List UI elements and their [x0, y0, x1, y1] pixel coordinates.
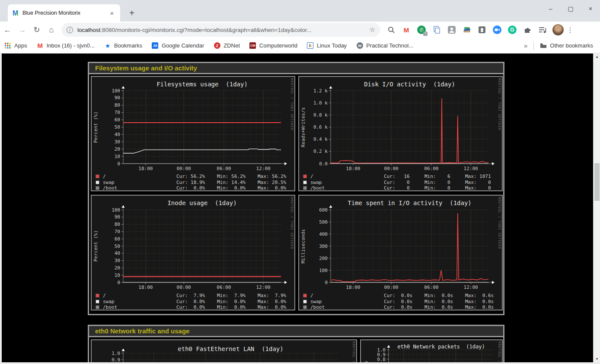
close-button[interactable]: ×	[587, 5, 594, 12]
profile-avatar[interactable]	[552, 24, 564, 35]
puzzle-icon[interactable]	[523, 25, 532, 35]
scrollbar-thumb[interactable]	[594, 163, 600, 201]
legend-cur: Cur: 0.0%	[176, 299, 205, 304]
rrdtool-watermark: RRDTOOL / TOBI OETIKER	[498, 78, 501, 130]
legend-max: Max: 0.0%	[258, 185, 286, 191]
chart-panel-eth0-packets[interactable]: eth0 Network packets (1day) Packets/s 1.…	[360, 339, 503, 362]
person-icon[interactable]	[447, 25, 456, 35]
svg-text:0: 0	[117, 280, 120, 285]
other-bookmarks-button[interactable]: Other bookmarks	[540, 42, 593, 49]
linux-today-icon: lt	[307, 42, 314, 49]
svg-text:70: 70	[115, 110, 120, 115]
home-icon[interactable]: ⌂	[44, 25, 59, 35]
legend-min: Min: 7.9%	[217, 293, 246, 298]
maximize-button[interactable]: ▢	[567, 5, 574, 12]
bookmark-computerworld[interactable]: CWComputerworld	[249, 42, 297, 49]
bookmark-zdnet[interactable]: ZZDNet	[214, 42, 240, 49]
svg-text:00:00: 00:00	[384, 285, 399, 290]
reload-icon[interactable]: ↻	[29, 25, 44, 35]
chart-panel-inode-usage[interactable]: Inode usage (1day) Percent (%) 100908070…	[91, 195, 295, 310]
legend-color-swatch	[96, 294, 99, 298]
bookmarks-bar: AppsMInbox (16) - sjvn0...★Bookmarks28Go…	[0, 38, 600, 54]
svg-text:0.4 k: 0.4 k	[313, 136, 328, 142]
forward-icon[interactable]: →	[15, 25, 29, 35]
legend-color-swatch	[303, 300, 307, 304]
svg-text:100: 100	[319, 268, 328, 273]
legend-row: /bootCur: 0Min: 0Max: 0	[299, 185, 502, 191]
card-icon[interactable]	[477, 25, 487, 35]
rrdtool-watermark: RRDTOOL / TOBI OETIKER	[498, 197, 501, 249]
legend-color-swatch	[96, 300, 99, 304]
svg-text:00:00: 00:00	[384, 166, 399, 171]
svg-text:06:00: 06:00	[424, 166, 438, 171]
chrome-menu-icon[interactable]: ⋮	[564, 26, 577, 34]
legend-cur: Cur: 0.0%	[176, 304, 205, 310]
chart-panel-eth0-lan[interactable]: eth0 FastEthernet LAN (1day) 1.00.90.80.…	[91, 339, 357, 362]
book-stack-icon[interactable]	[462, 25, 472, 35]
svg-text:18:00: 18:00	[346, 285, 360, 290]
bookmark-practical-technol-[interactable]: WPractical Technol...	[356, 42, 413, 49]
legend-color-swatch	[96, 174, 99, 178]
tab-blue-precision-monitorix[interactable]: M Blue Precision Monitorix ×	[8, 4, 120, 22]
bookmark-bookmarks[interactable]: ★Bookmarks	[104, 42, 142, 49]
chart-legend: /Cur: 0.0sMin: 0.0sMax: 0.6sswapCur: 0.0…	[299, 293, 502, 310]
bookmark-google-calendar[interactable]: 28Google Calendar	[152, 42, 204, 49]
bookmarks-overflow-icon[interactable]: »	[524, 42, 527, 49]
gmail-icon: M	[37, 42, 44, 49]
monitorix-favicon-icon: M	[12, 9, 19, 16]
url-text[interactable]: localhost:8080/monitorix-cgi/monitorix.c…	[77, 27, 366, 33]
playlist-icon[interactable]	[538, 25, 547, 35]
legend-row: /bootCur: 0.0%Min: 0.0%Max: 0.0%	[92, 185, 294, 191]
svg-text:00:00: 00:00	[177, 166, 191, 171]
svg-text:10: 10	[115, 272, 120, 278]
address-bar[interactable]: i localhost:8080/monitorix-cgi/monitorix…	[61, 23, 380, 37]
site-info-icon[interactable]: i	[67, 27, 73, 33]
legend-cur: Cur: 7.9%	[176, 293, 205, 298]
legend-min: Min: 0.0s	[424, 299, 453, 304]
legend-max: Max: 0.6s	[465, 293, 494, 298]
legend-min: Min: 0.0%	[217, 304, 246, 310]
tab-title: Blue Precision Monitorix	[22, 10, 108, 16]
tab-close-icon[interactable]: ×	[108, 9, 116, 17]
bookmark-star-icon[interactable]: ☆	[370, 26, 375, 34]
legend-name: /	[103, 174, 106, 179]
scroll-up-icon[interactable]: ▲	[594, 54, 600, 60]
scroll-down-icon[interactable]: ▼	[594, 356, 600, 362]
legend-cur: Cur: 0	[384, 185, 410, 191]
search-icon[interactable]	[386, 25, 396, 35]
bookmark-inbox-16-sjvn0-[interactable]: MInbox (16) - sjvn0...	[37, 42, 95, 49]
chart-panel-time-io[interactable]: Time spent in I/O activity (1day) Millis…	[298, 195, 503, 310]
bookmark-linux-today[interactable]: ltLinux Today	[307, 42, 347, 49]
new-tab-button[interactable]: +	[126, 8, 137, 19]
voice-icon[interactable]: ✆?	[417, 25, 426, 35]
bookmark-apps[interactable]: Apps	[4, 42, 27, 49]
video-call-icon[interactable]	[492, 25, 502, 35]
legend-cur: Cur: 0.0s	[384, 299, 412, 304]
svg-text:M: M	[13, 9, 18, 16]
legend-name: /	[310, 293, 313, 298]
svg-text:18:00: 18:00	[138, 166, 153, 171]
grammarly-icon[interactable]: G	[507, 25, 517, 35]
svg-text:0: 0	[325, 280, 328, 285]
svg-text:18:00: 18:00	[346, 166, 360, 171]
monitorix-page: Filesystem usage and I/O activity Filesy…	[0, 54, 593, 362]
minimize-button[interactable]: –	[547, 5, 554, 12]
page-scrollbar[interactable]: ▲ ▼	[593, 54, 600, 362]
gmail-icon[interactable]: M	[402, 25, 411, 35]
legend-color-swatch	[96, 305, 99, 309]
svg-text:30: 30	[115, 258, 120, 263]
chart-panel-filesystems-usage[interactable]: Filesystems usage (1day) Percent (%) 100…	[91, 76, 295, 191]
svg-text:06:00: 06:00	[424, 285, 438, 290]
svg-text:50: 50	[115, 124, 120, 130]
copy-pages-icon[interactable]	[432, 25, 441, 35]
legend-cur: Cur: 0	[384, 180, 410, 185]
back-icon[interactable]: ←	[0, 25, 15, 35]
legend-min: Min: 14.4%	[217, 180, 246, 185]
legend-row: /Cur: 7.9%Min: 7.9%Max: 7.9%	[92, 293, 294, 299]
chart-panel-disk-io[interactable]: Disk I/O activity (1day) Reads+Writes/s …	[298, 76, 503, 191]
svg-text:1.0: 1.0	[112, 351, 120, 356]
legend-name: /boot	[103, 304, 117, 310]
browser-window: M Blue Precision Monitorix × + – ▢ × ← →…	[0, 0, 600, 364]
cw-icon: CW	[249, 42, 256, 49]
chart-plot: 1.00.90.80.70.60.50.40.30.20.10.018:0000…	[92, 340, 356, 362]
